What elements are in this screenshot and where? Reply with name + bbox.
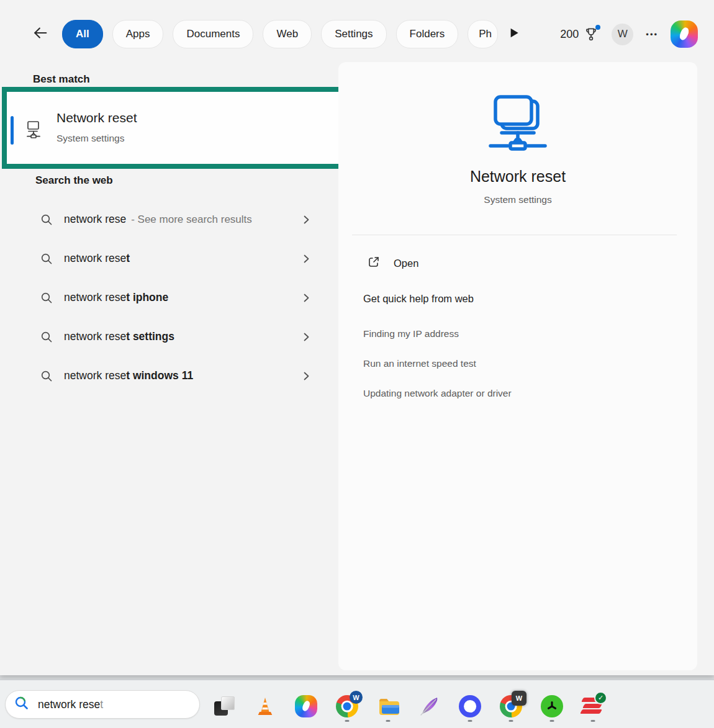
more-options-button[interactable]: ••• bbox=[646, 30, 658, 39]
filter-settings[interactable]: Settings bbox=[321, 20, 386, 48]
search-icon bbox=[40, 369, 53, 383]
trophy-icon bbox=[583, 26, 599, 42]
search-icon bbox=[40, 291, 53, 305]
network-reset-icon bbox=[25, 120, 45, 142]
web-suggestion-row[interactable]: network reset windows 11 bbox=[25, 356, 323, 395]
profile-badge-w-dark: W bbox=[512, 691, 526, 706]
avatar-initial: W bbox=[618, 28, 628, 40]
topbar-right-cluster: 200 W ••• bbox=[560, 20, 698, 48]
web-suggestion-row[interactable]: network reset iphone bbox=[25, 278, 323, 317]
quick-help-link[interactable]: Run an internet speed test bbox=[363, 349, 672, 379]
signal-logo bbox=[459, 695, 481, 717]
suggestion-text: network reset iphone bbox=[64, 291, 168, 304]
green-utility-icon[interactable] bbox=[541, 695, 563, 717]
open-action[interactable]: Open bbox=[367, 252, 418, 274]
vlc-icon[interactable] bbox=[254, 695, 276, 717]
search-icon bbox=[40, 330, 53, 344]
scroll-filters-right-button[interactable] bbox=[507, 26, 520, 42]
suggestion-query: network rese bbox=[64, 291, 126, 303]
autocomplete-ghost: t bbox=[100, 698, 103, 711]
back-button[interactable] bbox=[30, 24, 51, 45]
quick-help-heading: Get quick help from web bbox=[363, 293, 474, 305]
chrome-work-icon[interactable]: W bbox=[500, 695, 522, 717]
copilot-icon[interactable] bbox=[671, 20, 698, 48]
filter-photos-truncated[interactable]: Ph bbox=[468, 20, 498, 48]
best-match-result[interactable]: Network reset System settings bbox=[7, 92, 383, 164]
search-results-panel: All Apps Documents Web Settings Folders … bbox=[0, 0, 714, 675]
filter-web[interactable]: Web bbox=[263, 20, 312, 48]
suggestion-completion: t iphone bbox=[126, 291, 168, 303]
network-reset-large-icon bbox=[487, 93, 549, 155]
quick-help-links: Finding my IP address Run an internet sp… bbox=[363, 319, 672, 408]
typed-query: network rese bbox=[38, 698, 100, 711]
best-match-title: Network reset bbox=[56, 110, 137, 125]
filter-folders[interactable]: Folders bbox=[396, 20, 459, 48]
suggestion-text: network reset settings bbox=[64, 330, 174, 343]
chevron-right-icon[interactable] bbox=[301, 253, 312, 264]
web-suggestion-row[interactable]: network reset bbox=[25, 239, 323, 278]
copilot-icon[interactable] bbox=[295, 695, 317, 717]
back-arrow-icon bbox=[32, 24, 49, 44]
filter-apps[interactable]: Apps bbox=[112, 20, 164, 48]
suggestion-query: network rese bbox=[64, 252, 126, 264]
chevron-right-icon[interactable] bbox=[301, 214, 312, 225]
chrome-icon[interactable]: W bbox=[336, 695, 358, 717]
rewards-points: 200 bbox=[560, 28, 579, 41]
copilot-logo bbox=[295, 695, 317, 717]
windows-search-flyout: All Apps Documents Web Settings Folders … bbox=[0, 0, 714, 728]
quick-help-link[interactable]: Updating network adapter or driver bbox=[363, 379, 672, 408]
suggestion-completion: t bbox=[126, 252, 130, 264]
play-triangle-icon bbox=[507, 26, 520, 42]
chevron-right-icon[interactable] bbox=[301, 371, 312, 382]
signal-icon[interactable] bbox=[459, 695, 481, 717]
taskbar: network reset bbox=[0, 680, 714, 728]
suggestion-query: network rese bbox=[64, 330, 126, 343]
web-suggestion-list: network rese- See more search results ne… bbox=[25, 200, 323, 395]
filter-label: Apps bbox=[126, 28, 150, 40]
search-the-web-heading: Search the web bbox=[35, 174, 113, 187]
taskbar-search-box[interactable]: network reset bbox=[5, 690, 200, 719]
profile-badge-w: W bbox=[350, 691, 363, 704]
filter-label: All bbox=[76, 28, 89, 40]
running-indicator bbox=[550, 720, 554, 722]
taskbar-search-value: network reset bbox=[38, 698, 103, 711]
layers-light-square bbox=[221, 696, 235, 710]
green-app-logo bbox=[541, 695, 563, 717]
chevron-right-icon[interactable] bbox=[301, 292, 312, 303]
filter-all[interactable]: All bbox=[62, 20, 103, 48]
open-label: Open bbox=[394, 258, 418, 269]
chevron-right-icon[interactable] bbox=[301, 331, 312, 343]
rewards-notification-dot bbox=[595, 25, 600, 30]
filter-label: Ph bbox=[479, 28, 492, 40]
file-explorer-icon[interactable] bbox=[377, 695, 399, 717]
result-preview-pane: Network reset System settings Open Get q… bbox=[338, 62, 697, 670]
preview-subtitle: System settings bbox=[338, 194, 697, 205]
suggestion-query: network rese bbox=[64, 369, 126, 382]
layers-icon[interactable] bbox=[213, 695, 235, 717]
suggestion-text: network reset bbox=[64, 252, 130, 265]
suggestion-annotation: - See more search results bbox=[131, 213, 252, 225]
verified-check-badge: ✓ bbox=[594, 691, 607, 704]
running-indicator bbox=[468, 720, 472, 722]
taskbar-icons: W bbox=[213, 695, 604, 717]
search-icon bbox=[40, 252, 53, 266]
web-suggestion-row[interactable]: network rese- See more search results bbox=[25, 200, 323, 239]
suggestion-completion: t windows 11 bbox=[126, 369, 193, 382]
rewards-button[interactable]: 200 bbox=[560, 26, 599, 42]
filter-label: Folders bbox=[410, 28, 445, 40]
suggestion-completion: t settings bbox=[126, 330, 174, 343]
quick-help-link[interactable]: Finding my IP address bbox=[363, 319, 672, 349]
filter-documents[interactable]: Documents bbox=[173, 20, 253, 48]
running-indicator bbox=[386, 720, 391, 722]
preview-title: Network reset bbox=[338, 168, 697, 186]
expressvpn-icon[interactable]: ✓ bbox=[582, 695, 604, 717]
running-indicator bbox=[509, 720, 513, 722]
filter-label: Documents bbox=[186, 28, 240, 40]
running-indicator bbox=[345, 720, 350, 722]
search-icon bbox=[40, 213, 53, 227]
divider bbox=[352, 235, 677, 235]
ellipsis-icon: ••• bbox=[646, 30, 658, 39]
feather-icon[interactable] bbox=[418, 695, 440, 717]
web-suggestion-row[interactable]: network reset settings bbox=[25, 317, 323, 356]
account-avatar[interactable]: W bbox=[612, 24, 633, 45]
